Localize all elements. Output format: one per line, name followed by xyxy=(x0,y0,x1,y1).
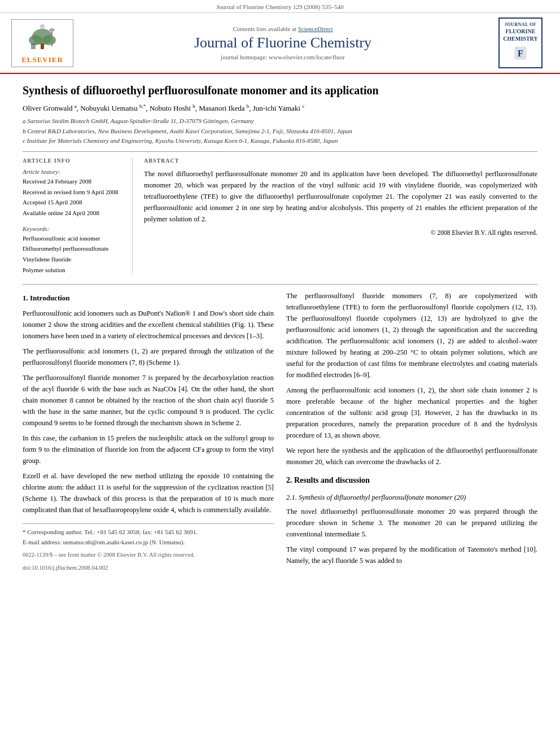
info-abstract-row: ARTICLE INFO Article history: Received 2… xyxy=(23,158,537,276)
svg-rect-4 xyxy=(41,43,44,49)
svg-point-0 xyxy=(40,24,45,29)
badge-line-1: JOURNAL OF xyxy=(503,22,537,28)
svg-text:F: F xyxy=(518,49,523,58)
article-content: Synthesis of difluoroethyl perfluorosulf… xyxy=(0,74,560,584)
article-dates: Received 24 February 2008 Received in re… xyxy=(23,176,124,219)
body-para-r3: We report here the synthesis and the app… xyxy=(286,445,537,468)
copyright-line: © 2008 Elsevier B.V. All rights reserved… xyxy=(144,229,537,236)
badge-line-2: FLUORINE xyxy=(503,28,537,35)
body-para-4: In this case, the carbanion in 15 prefer… xyxy=(23,433,274,466)
fluorine-badge-icon: F xyxy=(512,45,529,62)
author-gronwald: Oliver Gronwald xyxy=(23,104,72,112)
body-col-right: The perfluorosulfonyl fluoride monomers … xyxy=(286,290,537,573)
article-title: Synthesis of difluoroethyl perfluorosulf… xyxy=(23,83,537,98)
svg-rect-7 xyxy=(31,43,36,45)
affiliation-a: a Sartorius Stedim Biotech GmbH, August-… xyxy=(23,116,537,126)
date-online: Available online 24 April 2008 xyxy=(23,208,124,219)
badge-line-3: CHEMISTRY xyxy=(503,35,537,42)
abstract-text: The novel difluoroethyl perfluorosulfona… xyxy=(144,168,537,225)
body-para-2: The perfluorosulfonic acid ionomers (1, … xyxy=(23,346,274,368)
svg-rect-5 xyxy=(51,30,53,46)
author-yamaki: Jun-ichi Yamaki xyxy=(253,104,301,112)
divider-2 xyxy=(23,284,537,285)
keyword-4: Polymer solution xyxy=(23,265,124,276)
keyword-1: Perfluorosulfonic acid ionomer xyxy=(23,233,124,244)
journal-badge-area: JOURNAL OF FLUORINE CHEMISTRY F xyxy=(492,18,549,68)
footer-line-1: 0022-1139/$ – see front matter © 2008 El… xyxy=(23,551,274,560)
footnote-corresponding: * Corresponding author. Tel.: +81 545 62… xyxy=(23,527,274,538)
keyword-3: Vinylidene fluoride xyxy=(23,254,124,265)
author-uematsu: Nobuyuki Uematsu xyxy=(80,104,137,112)
footer-line-2: doi:10.1016/j.jfluchem.2008.04.002 xyxy=(23,563,274,573)
section2-heading: 2. Results and discussion xyxy=(286,474,537,487)
section1-heading: 1. Introduction xyxy=(23,292,274,304)
article-info-title: ARTICLE INFO xyxy=(23,158,124,164)
footnote-email: E-mail address: uematsu.nb@om.asahi-kase… xyxy=(23,538,274,548)
affiliations: a Sartorius Stedim Biotech GmbH, August-… xyxy=(23,116,537,146)
abstract-title: ABSTRACT xyxy=(144,158,537,164)
body-col-left: 1. Introduction Perfluorosulfonic acid i… xyxy=(23,290,274,573)
elsevier-wordmark: ELSEVIER xyxy=(14,55,71,64)
article-history-label: Article history: xyxy=(23,168,124,175)
date-revised: Received in revised form 9 April 2008 xyxy=(23,187,124,198)
keywords-label: Keywords: xyxy=(23,225,124,232)
sciencedirect-link[interactable]: ScienceDirect xyxy=(298,25,333,32)
svg-point-6 xyxy=(49,28,55,32)
body-para-5: Ezzell et al. have developed the new met… xyxy=(23,470,274,516)
journal-ref-bar: Journal of Fluorine Chemistry 129 (2008)… xyxy=(0,0,560,13)
journal-title: Journal of Fluorine Chemistry xyxy=(73,34,492,51)
svg-point-3 xyxy=(42,35,56,45)
abstract-col: ABSTRACT The novel difluoroethyl perfluo… xyxy=(144,158,537,276)
journal-badge: JOURNAL OF FLUORINE CHEMISTRY F xyxy=(498,18,542,68)
authors-line: Oliver Gronwald a, Nobuyuki Uematsu b,*,… xyxy=(23,103,537,113)
affiliation-c: c Institute for Materials Chemistry and … xyxy=(23,136,537,146)
body-columns: 1. Introduction Perfluorosulfonic acid i… xyxy=(23,290,537,573)
author-ikeda: Masanori Ikeda xyxy=(199,104,244,112)
body-para-r1: The perfluorosulfonyl fluoride monomers … xyxy=(286,290,537,381)
header-center: Contents lists available at ScienceDirec… xyxy=(73,25,492,60)
elsevier-logo: ELSEVIER xyxy=(11,19,73,67)
body-para-r4: The novel difluoroethyl perfluorosulfona… xyxy=(286,506,537,540)
subsection-21-heading: 2.1. Synthesis of difluoroethyl perfluor… xyxy=(286,492,537,503)
divider-1 xyxy=(23,151,537,152)
date-accepted: Accepted 15 April 2008 xyxy=(23,197,124,208)
affiliation-b: b Central R&D Laboratories, New Business… xyxy=(23,126,537,136)
elsevier-tree-icon xyxy=(20,22,65,53)
svg-rect-8 xyxy=(31,45,36,49)
body-para-1: Perfluorosulfonic acid ionomers such as … xyxy=(23,308,274,342)
author-hoshi: Nobuto Hoshi xyxy=(150,104,191,112)
header-band: ELSEVIER Contents lists available at Sci… xyxy=(0,13,560,74)
sciencedirect-line: Contents lists available at ScienceDirec… xyxy=(73,25,492,32)
body-para-r2: Among the perfluorosulfonic acid ionomer… xyxy=(286,385,537,441)
footnote-area: * Corresponding author. Tel.: +81 545 62… xyxy=(23,523,274,573)
date-received: Received 24 February 2008 xyxy=(23,176,124,187)
journal-homepage: journal homepage: www.elsevier.com/locat… xyxy=(73,54,492,60)
article-info-col: ARTICLE INFO Article history: Received 2… xyxy=(23,158,133,276)
body-para-r5: The vinyl compound 17 was prepared by th… xyxy=(286,544,537,566)
keywords-list: Perfluorosulfonic acid ionomer Difluorom… xyxy=(23,233,124,276)
body-para-3: The perfluorosulfonyl fluoride monomer 7… xyxy=(23,372,274,429)
keyword-2: Difluoromethyl perfluorosulfonate xyxy=(23,243,124,254)
